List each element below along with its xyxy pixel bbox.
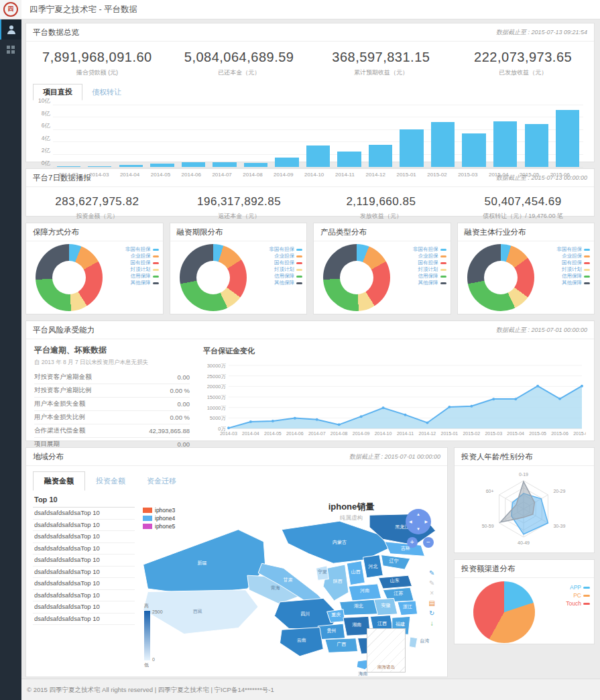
top10-item[interactable]: dsafdsafdsafdsaTop 10	[33, 543, 135, 555]
bar-x-tick: 2015-03	[453, 172, 483, 178]
legend-item[interactable]: 信用保障	[125, 273, 159, 280]
legend-item[interactable]: 非国有担保	[557, 246, 591, 253]
restore-icon[interactable]: ↻	[429, 609, 435, 617]
region-tab-inactive[interactable]: 投资金额	[85, 472, 136, 490]
top10-item[interactable]: dsafdsafdsafdsaTop 10	[33, 601, 135, 614]
legend-item[interactable]: 企业担保	[125, 253, 159, 259]
legend-item[interactable]: 国有担保	[125, 259, 159, 266]
top10-item[interactable]: dsafdsafdsafdsaTop 10	[33, 531, 135, 543]
save-image-icon[interactable]: ↓	[429, 620, 435, 627]
overview-stats: 7,891,968,091.60撮合贷款额 (元)5,084,064,689.5…	[26, 42, 594, 84]
legend-item[interactable]: 其他保障	[557, 280, 591, 286]
sidebar: 四	[0, 0, 21, 700]
legend-item[interactable]: 其他保障	[125, 280, 159, 286]
donut-chart	[323, 244, 390, 311]
stat-value: 222,073,973.65	[452, 50, 594, 65]
legend-item[interactable]: 其他保障	[269, 280, 303, 286]
map-pan-control[interactable]: ▲ ▼ ◀ ▶	[406, 509, 431, 534]
donut-panel: 产品类型分布非国有担保企业担保国有担保封顶计划信用保障其他保障	[313, 223, 451, 314]
legend-swatch	[440, 282, 446, 284]
margin-area-chart: 0万5000万10000万15000万20000万25000万30000万201…	[202, 360, 586, 439]
channel-pie-chart	[473, 581, 535, 643]
zoom-in-button[interactable]: +	[407, 537, 418, 548]
legend-item[interactable]: 封顶计划	[269, 266, 303, 273]
channel-legend-item[interactable]: PC	[566, 591, 590, 599]
top10-item[interactable]: dsafdsafdsafdsaTop 10	[33, 614, 135, 626]
donut-chart	[180, 244, 247, 311]
loan-volume-bar-chart: 0亿2亿4亿6亿8亿10亿2014-022014-032014-042014-0…	[30, 103, 586, 178]
stat-value: 2,119,660.85	[310, 195, 453, 209]
bar-x-tick: 2014-06	[176, 172, 206, 178]
map-legend-item[interactable]: iphone5	[143, 522, 175, 530]
stat-value: 283,627,975.82	[26, 195, 168, 209]
legend-item[interactable]: 企业担保	[413, 253, 446, 259]
legend-swatch	[440, 262, 446, 264]
map-region-label: 江苏	[394, 591, 403, 596]
map-visualmap-legend[interactable]: 高 2500 0 低	[144, 603, 150, 668]
map-region-label: 青海	[271, 585, 280, 591]
top10-item[interactable]: dsafdsafdsafdsaTop 10	[33, 567, 135, 579]
top10-item[interactable]: dsafdsafdsafdsaTop 10	[33, 520, 135, 532]
legend-swatch	[440, 249, 446, 251]
zoom-out-button[interactable]: −	[423, 537, 434, 548]
main-content: 平台数据总览 数据截止至 : 2015-07-13 09:21:54 7,891…	[21, 19, 600, 700]
mark-undo-icon[interactable]: ✎	[429, 579, 435, 587]
right-column: 投资人年龄/性别分布 0-1920-2930-3940-4950-5960+ 投…	[454, 447, 595, 677]
legend-item[interactable]: 封顶计划	[413, 266, 446, 273]
sidebar-item-dashboard[interactable]	[0, 40, 21, 60]
region-tab-active[interactable]: 融资金额	[33, 471, 85, 491]
bad-debt-value: 42,393,865.88	[149, 427, 190, 434]
pan-up-icon: ▲	[416, 512, 420, 516]
region-tab-inactive[interactable]: 资金迁移	[136, 472, 187, 490]
panel-region-title: 地域分布	[33, 448, 64, 465]
top10-item[interactable]: dsafdsafdsafdsaTop 10	[33, 578, 135, 590]
data-view-icon[interactable]: ▤	[429, 599, 435, 607]
map-legend-item[interactable]: iphone4	[143, 514, 175, 522]
app-logo[interactable]: 四	[0, 0, 21, 19]
bad-debt-label: 用户本金损失比例	[34, 413, 85, 422]
radar-axis-label: 30-39	[553, 524, 565, 528]
legend-item[interactable]: 国有担保	[269, 259, 303, 266]
legend-item[interactable]: 企业担保	[269, 253, 303, 259]
mark-clear-icon[interactable]: ×	[429, 589, 435, 597]
legend-item[interactable]: 封顶计划	[557, 266, 591, 273]
legend-swatch	[584, 276, 590, 278]
legend-item[interactable]: 信用保障	[413, 273, 446, 280]
legend-item[interactable]: 非国有担保	[413, 246, 446, 253]
bar	[213, 162, 236, 167]
legend-item[interactable]: 国有担保	[413, 259, 446, 266]
visualmap-max: 2500	[152, 609, 163, 614]
top10-item[interactable]: dsafdsafdsafdsaTop 10	[33, 508, 135, 520]
svg-text:2015-03: 2015-03	[485, 431, 502, 436]
donut-chart	[36, 244, 103, 311]
map-region-台湾[interactable]	[409, 637, 417, 648]
area-chart-title: 平台保证金变化	[203, 346, 586, 356]
mark-icon[interactable]: ✎	[429, 569, 435, 577]
stat-label: 累计预期收益（元）	[310, 68, 453, 77]
channel-legend-item[interactable]: Touch	[566, 599, 590, 607]
bar-x-tick: 2014-05	[145, 172, 176, 178]
bar	[306, 145, 330, 167]
legend-item[interactable]: 国有担保	[557, 259, 591, 266]
svg-text:2014-09: 2014-09	[353, 431, 370, 436]
legend-swatch	[440, 269, 446, 271]
map-region-label: 甘肃	[283, 577, 293, 582]
svg-text:2014-10: 2014-10	[375, 431, 392, 436]
top10-item[interactable]: dsafdsafdsafdsaTop 10	[33, 590, 135, 602]
legend-item[interactable]: 信用保障	[557, 273, 591, 280]
legend-item[interactable]: 信用保障	[269, 273, 303, 280]
top10-item[interactable]: dsafdsafdsafdsaTop 10	[33, 555, 135, 567]
bar-x-tick: 2015-02	[422, 172, 453, 178]
legend-item[interactable]: 封顶计划	[125, 266, 159, 273]
legend-item[interactable]: 非国有担保	[269, 246, 303, 253]
overview-tab-inactive[interactable]: 债权转让	[82, 84, 131, 100]
panel-age-gender: 投资人年龄/性别分布 0-1920-2930-3940-4950-5960+	[454, 447, 595, 553]
svg-text:2014-12: 2014-12	[419, 431, 436, 436]
legend-item[interactable]: 企业担保	[557, 253, 591, 259]
map-legend-item[interactable]: iphone3	[143, 506, 175, 514]
legend-item[interactable]: 其他保障	[413, 280, 446, 286]
channel-legend-item[interactable]: APP	[566, 583, 590, 591]
sidebar-item-platform-data[interactable]	[0, 19, 21, 40]
legend-item[interactable]: 非国有担保	[125, 246, 159, 253]
user-icon	[7, 25, 15, 34]
